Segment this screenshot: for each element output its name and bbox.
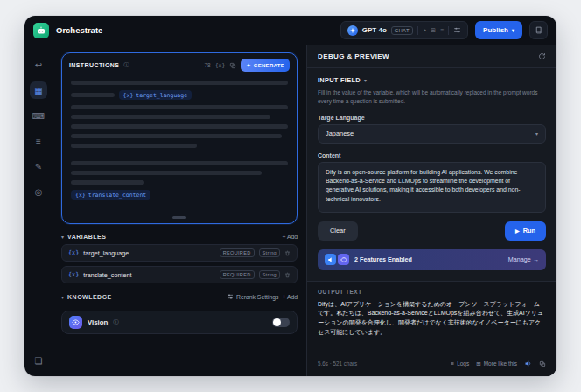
input-field-header[interactable]: INPUT FIELD ▾ xyxy=(318,76,546,84)
variable-name: target_language xyxy=(136,92,187,99)
model-mode-badge: CHAT xyxy=(391,26,413,35)
vision-feature-icon xyxy=(338,254,349,265)
run-button[interactable]: ▶ Run xyxy=(505,221,546,241)
manage-link[interactable]: Manage → xyxy=(508,256,539,263)
more-label: More like this xyxy=(484,360,517,367)
vision-label: Vision xyxy=(88,318,108,326)
model-setting-icon[interactable]: ◔ xyxy=(423,27,426,33)
sidebar-item-logs[interactable]: ≡ xyxy=(30,132,47,150)
content-label: Content xyxy=(318,152,546,158)
action-row: Clear ▶ Run xyxy=(318,221,546,241)
instructions-card[interactable]: INSTRUCTIONS ⓘ 78 {x} ✦ GENERATE xyxy=(61,52,298,224)
model-selector[interactable]: GPT-4o CHAT ◔ ⊞ ≡ xyxy=(340,21,468,39)
variables-title: VARIABLES xyxy=(67,234,106,240)
output-footer: 5.6s · 521 chars ≡ Logs ⊞ More like this xyxy=(318,353,546,368)
prompt-editor[interactable]: {x} target_language xyxy=(62,75,297,214)
toggle-knob xyxy=(273,318,281,326)
variable-chip[interactable]: {x} translate_content xyxy=(71,190,150,200)
delete-icon[interactable] xyxy=(284,250,290,256)
add-variable-button[interactable]: + Add xyxy=(282,234,298,240)
play-icon: ▶ xyxy=(515,228,520,234)
speaker-icon[interactable] xyxy=(524,360,532,368)
sidebar-item-annotations[interactable]: ✎ xyxy=(30,158,47,175)
toolbox-button[interactable] xyxy=(529,21,548,39)
insert-variable-icon[interactable]: {x} xyxy=(215,62,226,69)
delete-icon[interactable] xyxy=(284,272,290,278)
variable-name: target_language xyxy=(83,249,129,257)
sidebar-item-api[interactable]: ⌨ xyxy=(30,107,47,124)
selected-value: Japanese xyxy=(326,130,354,137)
variable-name: translate_content xyxy=(83,271,131,279)
variables-header[interactable]: ▾ VARIABLES + Add xyxy=(61,234,298,240)
variable-row[interactable]: {x} target_language REQUIRED String xyxy=(61,244,298,262)
page-title: Orchestrate xyxy=(56,25,102,35)
debug-content: INPUT FIELD ▾ Fill in the value of the v… xyxy=(307,68,556,376)
variable-token: {x} xyxy=(68,249,79,256)
model-name: GPT-4o xyxy=(362,26,387,34)
type-badge: String xyxy=(259,270,280,279)
type-badge: String xyxy=(259,248,280,257)
app-window: Orchestrate GPT-4o CHAT ◔ ⊞ ≡ Publish xyxy=(24,16,556,376)
variable-token: {x} xyxy=(123,92,134,99)
back-icon[interactable]: ↩ xyxy=(30,56,47,74)
output-section: OUTPUT TEXT Difyは、AIアプリケーションを構築するためのオープン… xyxy=(307,281,556,377)
knowledge-title: KNOWLEDGE xyxy=(67,294,112,300)
features-count-text: 2 Features Enabled xyxy=(354,256,412,263)
token-count: 78 xyxy=(204,62,210,68)
target-language-label: Targe Language xyxy=(318,115,546,121)
rerank-settings-button[interactable]: Rerank Settings xyxy=(227,293,278,300)
sidebar: ↩ ▦ ⌨ ≡ ✎ ◎ ❏ xyxy=(24,46,52,376)
target-language-select[interactable]: Japanese ▾ xyxy=(318,124,546,144)
model-provider-icon xyxy=(347,25,358,36)
run-label: Run xyxy=(523,227,536,234)
refresh-icon[interactable] xyxy=(538,52,546,60)
book-icon xyxy=(535,26,542,34)
clear-button[interactable]: Clear xyxy=(318,221,358,241)
model-params-icon[interactable] xyxy=(453,26,461,34)
sidebar-item-monitoring[interactable]: ◎ xyxy=(30,183,47,200)
speaker-feature-icon xyxy=(325,254,336,265)
publish-button[interactable]: Publish ▾ xyxy=(475,21,522,39)
generate-label: GENERATE xyxy=(254,63,284,68)
variable-name: translate_content xyxy=(88,192,147,199)
sidebar-item-orchestrate[interactable]: ▦ xyxy=(30,81,47,99)
logs-label: Logs xyxy=(457,360,469,367)
chevron-down-icon: ▾ xyxy=(61,294,64,300)
main-shell: ↩ ▦ ⌨ ≡ ✎ ◎ ❏ INSTRUCTIONS ⓘ 78 {x} xyxy=(24,46,556,376)
chevron-down-icon: ▾ xyxy=(61,234,64,240)
variable-row[interactable]: {x} translate_content REQUIRED String xyxy=(61,266,298,284)
generate-button[interactable]: ✦ GENERATE xyxy=(241,59,290,72)
debug-header: DEBUG & PREVIEW xyxy=(307,46,556,68)
vision-toggle[interactable] xyxy=(272,318,290,327)
publish-label: Publish xyxy=(483,26,508,34)
vision-icon xyxy=(69,316,82,329)
variable-token: {x} xyxy=(75,192,86,199)
model-setting-icon[interactable]: ⊞ xyxy=(430,27,436,33)
output-text: Difyは、AIアプリケーションを構築するためのオープンソースプラットフォームで… xyxy=(318,300,546,338)
add-knowledge-button[interactable]: + Add xyxy=(282,294,298,300)
knowledge-header[interactable]: ▾ KNOWLEDGE Rerank Settings + Add xyxy=(61,293,298,300)
resize-handle[interactable] xyxy=(172,216,186,219)
pill-divider xyxy=(417,26,418,35)
app-logo-icon xyxy=(33,23,49,38)
variable-chip[interactable]: {x} target_language xyxy=(119,90,192,100)
output-title: OUTPUT TEXT xyxy=(318,289,546,295)
sliders-icon xyxy=(227,293,234,300)
output-meta: 5.6s · 521 chars xyxy=(318,360,357,367)
info-icon: ⓘ xyxy=(113,318,119,326)
input-field-description: Fill in the value of the variable, which… xyxy=(318,88,546,106)
pill-divider xyxy=(448,26,449,35)
chevron-down-icon: ▾ xyxy=(512,28,514,33)
content-textarea[interactable]: Dify is an open-source platform for buil… xyxy=(318,162,546,213)
copy-icon[interactable] xyxy=(539,360,546,368)
variable-token: {x} xyxy=(68,271,79,278)
instructions-title: INSTRUCTIONS xyxy=(69,62,119,68)
model-setting-icon[interactable]: ≡ xyxy=(440,27,444,33)
logs-button[interactable]: ≡ Logs xyxy=(451,360,469,367)
debug-preview-panel: DEBUG & PREVIEW INPUT FIELD ▾ Fill in th… xyxy=(306,46,556,376)
orchestrate-panel: INSTRUCTIONS ⓘ 78 {x} ✦ GENERATE xyxy=(52,46,306,376)
collapse-sidebar-icon[interactable]: ❏ xyxy=(30,352,47,369)
copy-icon[interactable] xyxy=(229,62,236,69)
features-banner[interactable]: 2 Features Enabled Manage → xyxy=(318,249,546,270)
more-like-this-button[interactable]: ⊞ More like this xyxy=(476,360,517,368)
